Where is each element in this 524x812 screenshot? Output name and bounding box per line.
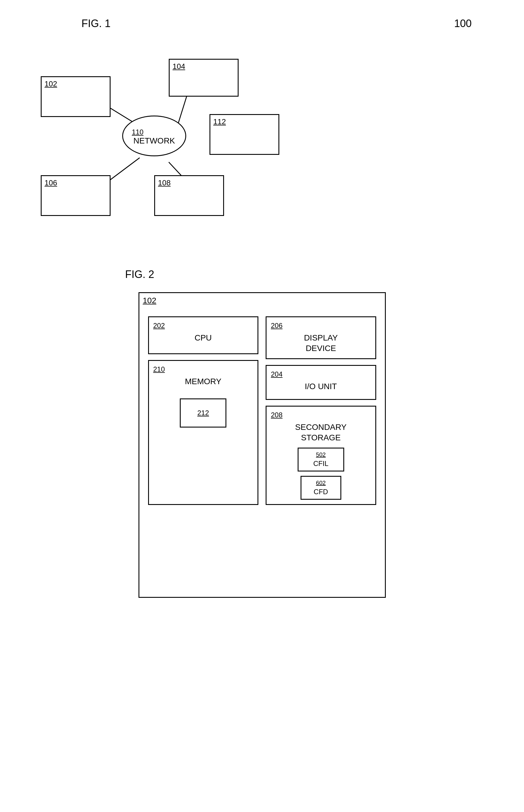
network-id: 110 <box>132 128 144 136</box>
network-oval: 110 NETWORK <box>122 116 186 156</box>
fig2-cfd-box: 602 CFD <box>300 476 341 500</box>
cfd-label: CFD <box>314 488 328 496</box>
fig2-grid: 202 CPU 210 MEMORY 212 <box>148 316 376 505</box>
inner-212-id: 212 <box>197 409 209 417</box>
box-106: 106 <box>41 175 111 216</box>
fig1-header: FIG. 1 100 <box>23 17 501 30</box>
network-label: NETWORK <box>133 136 175 146</box>
box-104: 104 <box>169 59 239 97</box>
memory-label: MEMORY <box>153 376 253 387</box>
memory-id: 210 <box>153 365 253 373</box>
box104-label: 104 <box>173 62 185 71</box>
box112-label: 112 <box>213 117 226 126</box>
fig2-left-col: 202 CPU 210 MEMORY 212 <box>148 316 259 505</box>
fig1-number: 100 <box>454 17 472 30</box>
box106-label: 106 <box>45 178 57 188</box>
fig2-wrapper: 102 202 CPU 210 MEMORY <box>23 292 501 598</box>
fig2-memory-box: 210 MEMORY 212 <box>148 360 259 505</box>
fig2-label: FIG. 2 <box>125 268 154 280</box>
fig2-section: FIG. 2 102 202 CPU 210 <box>23 268 501 598</box>
fig2-outer-id: 102 <box>143 296 157 305</box>
display-id: 206 <box>271 322 371 330</box>
fig2-cfil-box: 502 CFIL <box>298 448 344 471</box>
secondary-id: 208 <box>271 411 371 419</box>
fig1-section: FIG. 1 100 102 104 <box>23 17 501 245</box>
box-102: 102 <box>41 76 111 117</box>
fig2-header: FIG. 2 <box>23 268 501 292</box>
fig2-cpu-box: 202 CPU <box>148 316 259 354</box>
fig2-right-col: 206 DISPLAYDEVICE 204 I/O UNIT 208 SECON… <box>266 316 376 505</box>
fig1-label: FIG. 1 <box>81 17 111 30</box>
cfil-label: CFIL <box>313 459 328 467</box>
cfil-id: 502 <box>303 451 339 458</box>
fig1-diagram: 102 104 112 110 NETWORK 106 108 <box>23 41 501 245</box>
display-label: DISPLAYDEVICE <box>271 332 371 354</box>
io-label: I/O UNIT <box>271 381 371 392</box>
fig2-outer-box: 102 202 CPU 210 MEMORY <box>138 292 386 598</box>
box-108: 108 <box>154 175 224 216</box>
fig2-io-box: 204 I/O UNIT <box>266 365 376 400</box>
cpu-id: 202 <box>153 322 253 330</box>
fig2-secondary-box: 208 SECONDARYSTORAGE 502 CFIL 602 CFD <box>266 406 376 505</box>
secondary-label: SECONDARYSTORAGE <box>271 422 371 443</box>
box-112: 112 <box>210 114 279 155</box>
cpu-label: CPU <box>153 332 253 343</box>
box102-label: 102 <box>45 79 57 88</box>
fig2-inner-box-212: 212 <box>180 399 226 427</box>
box108-label: 108 <box>158 178 170 188</box>
fig2-display-box: 206 DISPLAYDEVICE <box>266 316 376 359</box>
cfd-id: 602 <box>306 480 336 486</box>
io-id: 204 <box>271 370 371 378</box>
page-container: FIG. 1 100 102 104 <box>0 0 524 615</box>
